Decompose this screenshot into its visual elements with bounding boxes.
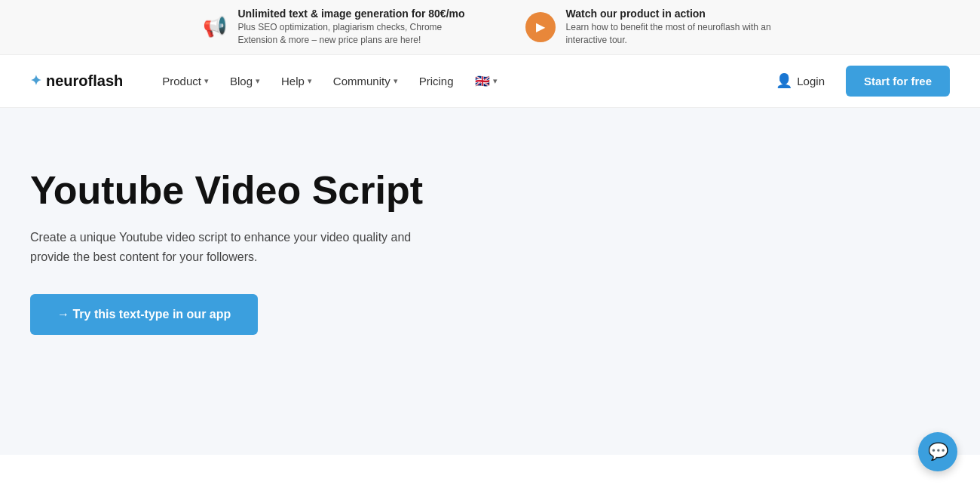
top-banner: 📢 Unlimited text & image generation for … [0, 0, 980, 55]
start-free-button[interactable]: Start for free [846, 66, 950, 97]
chat-icon: 💬 [928, 442, 948, 455]
chevron-down-icon: ▾ [493, 76, 498, 86]
chevron-down-icon: ▾ [256, 76, 260, 86]
hero-title: Youtube Video Script [30, 168, 482, 213]
chevron-down-icon: ▾ [204, 76, 209, 86]
banner-text-1: Unlimited text & image generation for 80… [237, 8, 464, 47]
navbar: ✦ neuroflash Product ▾ Blog ▾ Help ▾ Com… [0, 55, 980, 108]
nav-item-language[interactable]: 🇬🇧 ▾ [466, 68, 507, 94]
nav-label-help: Help [281, 75, 305, 87]
nav-item-community[interactable]: Community ▾ [324, 69, 407, 94]
login-label: Login [797, 75, 825, 87]
logo-icon: ✦ [30, 72, 41, 89]
logo[interactable]: ✦ neuroflash [30, 72, 123, 90]
nav-item-product[interactable]: Product ▾ [153, 69, 218, 94]
banner-text-2: Watch our product in action Learn how to… [566, 8, 777, 47]
play-icon[interactable]: ▶ [525, 12, 556, 42]
logo-text: neuroflash [46, 72, 123, 90]
banner-subtitle-1: Plus SEO optimization, plagiarism checks… [237, 21, 449, 47]
banner-title-1: Unlimited text & image generation for 80… [237, 8, 464, 20]
nav-item-pricing[interactable]: Pricing [410, 69, 463, 94]
nav-label-blog: Blog [230, 75, 253, 87]
chevron-down-icon: ▾ [308, 76, 312, 86]
nav-label-community: Community [333, 75, 390, 87]
chevron-down-icon: ▾ [394, 76, 398, 86]
user-icon: 👤 [776, 72, 792, 89]
banner-item-text[interactable]: 📢 Unlimited text & image generation for … [203, 8, 464, 47]
megaphone-icon: 📢 [203, 15, 227, 38]
banner-title-2: Watch our product in action [566, 8, 777, 20]
banner-item-video[interactable]: ▶ Watch our product in action Learn how … [525, 8, 777, 47]
nav-item-help[interactable]: Help ▾ [272, 69, 321, 94]
banner-subtitle-2: Learn how to benefit the most of neurofl… [566, 21, 777, 47]
flag-uk-icon: 🇬🇧 [475, 74, 490, 88]
hero-subtitle: Create a unique Youtube video script to … [30, 228, 422, 266]
nav-right: 👤 Login Start for free [767, 66, 950, 97]
nav-label-product: Product [162, 75, 201, 87]
hero-section: Youtube Video Script Create a unique You… [0, 108, 980, 455]
nav-links: Product ▾ Blog ▾ Help ▾ Community ▾ Pric… [153, 68, 767, 94]
login-button[interactable]: 👤 Login [767, 66, 834, 95]
nav-label-pricing: Pricing [419, 75, 454, 87]
nav-item-blog[interactable]: Blog ▾ [221, 69, 269, 94]
cta-button[interactable]: → Try this text-type in our app [30, 294, 258, 335]
